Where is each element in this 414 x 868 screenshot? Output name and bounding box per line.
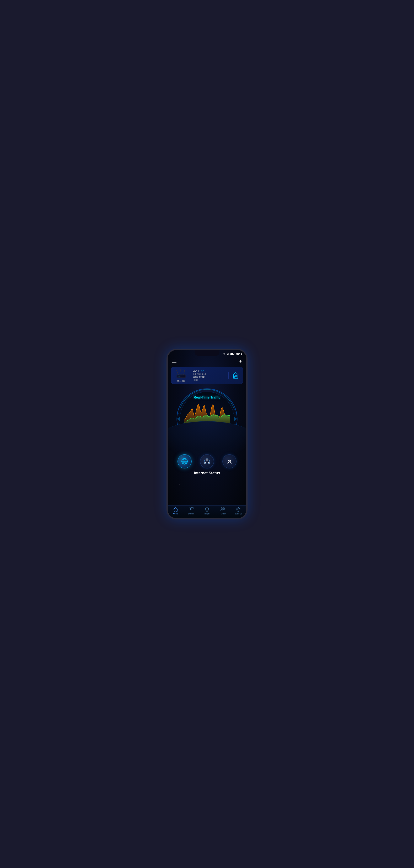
router-card: RT-AX82U LAN IP >> 192.168.66.1 WAN TYPE… — [171, 367, 243, 384]
nav-item-settings[interactable]: Settings — [232, 507, 245, 515]
router-home-icon[interactable] — [229, 372, 243, 379]
svg-point-52 — [221, 507, 222, 509]
ai-network-icon — [203, 458, 211, 465]
home-nav-label: Home — [173, 513, 178, 515]
lan-ip-row: LAN IP >> — [193, 369, 227, 372]
ai-protection-button[interactable] — [200, 454, 214, 468]
router-image — [174, 369, 188, 379]
phone-frame: 9:41 + — [167, 349, 247, 520]
bottom-nav: Home Device — [168, 505, 246, 518]
svg-point-34 — [206, 461, 208, 462]
router-model-name: RT-AX82U — [177, 380, 185, 382]
menu-button[interactable] — [172, 360, 176, 363]
svg-point-53 — [223, 507, 225, 509]
action-buttons — [173, 454, 241, 468]
settings-nav-label: Settings — [235, 513, 242, 515]
time-display: 9:41 — [236, 352, 242, 355]
svg-rect-16 — [176, 374, 185, 378]
nav-item-family[interactable]: Family — [216, 507, 229, 515]
ip-value: 192.168.66.1 — [193, 373, 227, 375]
svg-rect-6 — [234, 353, 234, 354]
device-nav-label: Device — [188, 513, 195, 515]
home-nav-icon — [173, 507, 178, 512]
globe-icon — [181, 458, 188, 465]
nav-item-device[interactable]: Device — [185, 507, 198, 515]
svg-rect-7 — [231, 353, 233, 354]
svg-rect-45 — [190, 508, 192, 509]
settings-nav-icon — [236, 507, 241, 512]
insight-nav-label: Insight — [204, 513, 210, 515]
svg-line-11 — [181, 370, 181, 374]
svg-rect-4 — [229, 352, 229, 355]
router-info: LAN IP >> 192.168.66.1 WAN TYPE DHCP — [191, 367, 229, 383]
svg-line-12 — [184, 370, 184, 374]
home-briefcase-icon — [232, 372, 239, 379]
svg-line-10 — [176, 370, 178, 374]
status-icons: 9:41 — [223, 352, 242, 355]
phone-notch — [195, 350, 219, 356]
svg-point-54 — [238, 508, 239, 510]
traffic-title: Real-Time Traffic — [194, 396, 220, 399]
rocket-icon — [226, 458, 233, 465]
top-nav: + — [168, 356, 246, 366]
family-nav-label: Family — [220, 513, 226, 515]
family-nav-icon — [220, 507, 226, 512]
nav-item-insight[interactable]: Insight — [201, 507, 213, 515]
wan-label: WAN TYPE — [193, 376, 227, 378]
svg-point-0 — [224, 354, 225, 355]
wifi-icon — [223, 352, 226, 355]
battery-icon — [230, 352, 235, 355]
svg-rect-3 — [228, 353, 229, 355]
game-boost-button[interactable] — [222, 454, 237, 468]
router-image-section: RT-AX82U — [171, 367, 191, 384]
svg-rect-1 — [227, 354, 228, 355]
lan-label: LAN IP — [193, 370, 200, 372]
screen: 9:41 + — [168, 350, 246, 518]
svg-rect-2 — [228, 353, 228, 355]
add-button[interactable]: + — [239, 358, 242, 364]
lan-arrows: >> — [201, 369, 204, 372]
internet-status-button[interactable] — [177, 454, 192, 468]
wan-value: DHCP — [193, 379, 227, 381]
svg-point-51 — [207, 509, 207, 510]
insight-nav-icon — [205, 507, 209, 512]
nav-item-home[interactable]: Home — [169, 507, 182, 515]
svg-marker-43 — [174, 507, 178, 511]
device-nav-icon — [189, 507, 194, 512]
internet-status-label: Internet Status — [194, 471, 220, 475]
svg-rect-46 — [190, 509, 192, 509]
signal-icon — [227, 352, 229, 355]
